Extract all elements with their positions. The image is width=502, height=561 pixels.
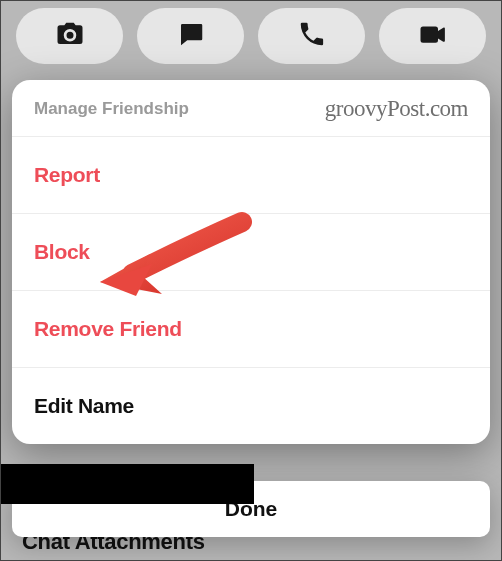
remove-friend-option[interactable]: Remove Friend [12,290,490,367]
phone-icon [297,19,327,53]
camera-icon [55,19,85,53]
camera-button[interactable] [16,8,123,64]
chat-action-toolbar [0,4,502,74]
video-icon [418,19,448,53]
chat-icon [176,19,206,53]
manage-friendship-sheet: Manage Friendship groovyPost.com Report … [12,80,490,444]
edit-name-option[interactable]: Edit Name [12,367,490,444]
video-call-button[interactable] [379,8,486,64]
watermark-text: groovyPost.com [325,96,468,122]
report-option[interactable]: Report [12,136,490,213]
block-option[interactable]: Block [12,213,490,290]
chat-button[interactable] [137,8,244,64]
sheet-title: Manage Friendship [34,99,189,119]
call-button[interactable] [258,8,365,64]
redacted-area [0,464,254,504]
